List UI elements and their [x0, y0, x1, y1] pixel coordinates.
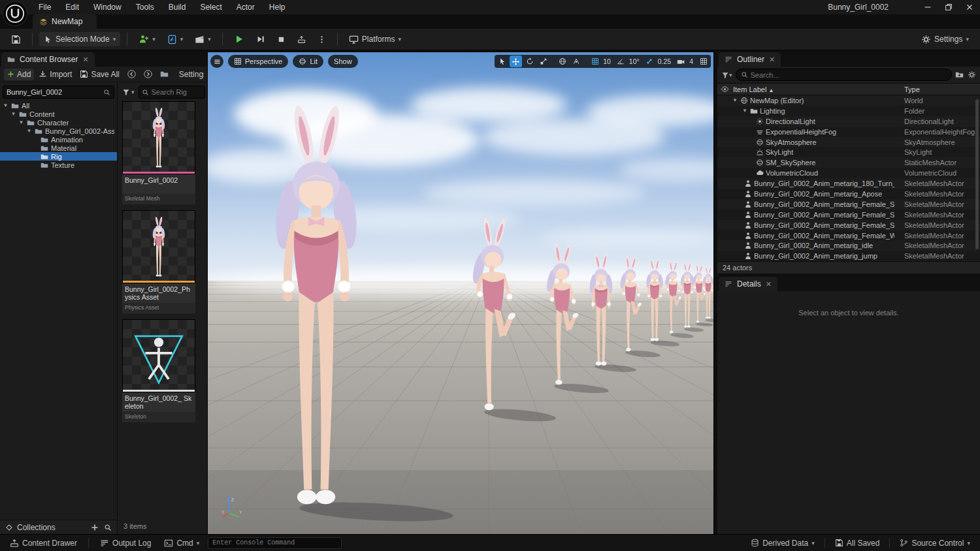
menu-tools[interactable]: Tools [129, 0, 161, 14]
outliner-row-heightfog[interactable]: ExponentialHeightFogExponentialHeightFog [717, 127, 980, 137]
cmd-dropdown[interactable]: Cmd ▾ [159, 537, 204, 550]
quick-add-actor-button[interactable]: ▾ [134, 31, 160, 47]
tree-item-character[interactable]: ▼Character [0, 118, 117, 127]
menu-file[interactable]: File [31, 0, 58, 14]
path-filter-box[interactable] [3, 86, 114, 99]
scale-snap-toggle[interactable] [644, 55, 656, 67]
viewport-options-button[interactable] [210, 55, 223, 68]
tree-item-rig[interactable]: Rig [0, 152, 117, 161]
asset-tile-skeletal-mesh[interactable]: Bunny_Girl_0002 Skeletal Mesh [122, 101, 195, 204]
frame-skip-button[interactable] [252, 32, 270, 46]
scale-snap-value[interactable]: 0.25 [657, 57, 674, 65]
expand-arrow[interactable]: ▼ [3, 102, 8, 108]
menu-window[interactable]: Window [86, 0, 129, 14]
save-current-level-button[interactable] [7, 32, 25, 47]
perspective-dropdown[interactable]: Perspective [228, 55, 288, 68]
path-filter-input[interactable] [7, 88, 101, 96]
camera-speed-button[interactable] [675, 55, 687, 67]
camera-speed-value[interactable]: 4 [689, 57, 696, 65]
menu-edit[interactable]: Edit [58, 0, 86, 14]
asset-search-input[interactable] [152, 88, 202, 96]
outliner-row-anim-startwalk[interactable]: Bunny_Girl_0002_Anim_metarig_Female_Star… [717, 210, 980, 220]
outliner-row-anim-standing[interactable]: Bunny_Girl_0002_Anim_metarig_Female_Stan… [717, 199, 980, 210]
rotation-snap-toggle[interactable] [615, 55, 627, 67]
outliner-row-skylight[interactable]: SkyLightSkyLight [717, 147, 980, 157]
menu-actor[interactable]: Actor [229, 0, 262, 14]
tree-item-content[interactable]: ▼Content [0, 110, 117, 118]
save-all-button[interactable]: Save All [76, 69, 122, 80]
outliner-row-anim-jump[interactable]: Bunny_Girl_0002_Anim_metarig_jumpSkeleta… [717, 251, 980, 261]
grid-snap-value[interactable]: 10 [602, 57, 613, 65]
menu-build[interactable]: Build [161, 0, 193, 14]
asset-search-box[interactable] [139, 86, 205, 99]
scale-tool-button[interactable] [537, 55, 549, 67]
outliner-row-skyatmosphere[interactable]: SkyAtmosphereSkyAtmosphere [717, 137, 980, 148]
outliner-search-input[interactable] [751, 71, 947, 79]
content-drawer-button[interactable]: Content Drawer [5, 537, 82, 550]
derived-data-button[interactable]: Derived Data ▾ [746, 537, 819, 550]
outliner-row-newmap[interactable]: ▼NewMap (Editor)World [717, 95, 980, 106]
rotate-tool-button[interactable] [523, 55, 536, 67]
import-button[interactable]: Import [35, 69, 75, 80]
close-tab-icon[interactable]: ✕ [769, 55, 775, 64]
console-command-input[interactable] [208, 537, 342, 549]
show-flags-dropdown[interactable]: Show [328, 55, 358, 68]
tree-item-assets[interactable]: ▼Bunny_Girl_0002-Assets [0, 127, 117, 135]
path-picker-button[interactable] [157, 69, 172, 80]
create-folder-button[interactable] [955, 70, 964, 80]
expand-arrow[interactable]: ▼ [26, 128, 32, 134]
level-viewport[interactable]: Perspective Lit Show 10 10° 0.25 [208, 52, 713, 534]
unreal-logo[interactable] [3, 1, 27, 26]
back-button[interactable] [124, 69, 139, 80]
play-button[interactable] [229, 31, 249, 47]
asset-tile-physics-asset[interactable]: Bunny_Girl_0002_Physics Asset Physics As… [122, 210, 195, 313]
outliner-search-box[interactable] [736, 69, 952, 81]
outliner-row-anim-stopwalk[interactable]: Bunny_Girl_0002_Anim_metarig_Female_Stop… [717, 220, 980, 230]
outliner-row-anim-apose[interactable]: Bunny_Girl_0002_Anim_metarig_AposeSkelet… [717, 189, 980, 199]
output-log-button[interactable]: Output Log [95, 537, 155, 550]
maximize-viewport-button[interactable] [697, 55, 710, 67]
filter-button[interactable]: ▾ [121, 87, 136, 97]
outliner-row-anim-idle[interactable]: Bunny_Girl_0002_Anim_metarig_idleSkeleta… [717, 240, 980, 251]
asset-tile-skeleton[interactable]: Bunny_Girl_0002_ Skeleton Skeleton [122, 319, 195, 422]
settings-dropdown[interactable]: Settings ▾ [917, 32, 973, 47]
play-options-button[interactable] [313, 33, 331, 46]
minimize-button[interactable] [917, 0, 938, 14]
tree-item-texture[interactable]: Texture [0, 161, 117, 169]
translate-tool-button[interactable] [510, 55, 522, 67]
source-control-button[interactable]: Source Control ▾ [895, 537, 975, 550]
level-tab-newmap[interactable]: NewMap [33, 14, 97, 29]
details-tab[interactable]: Details ✕ [719, 277, 777, 291]
rotation-snap-value[interactable]: 10° [629, 57, 642, 65]
forward-button[interactable] [140, 69, 155, 80]
close-tab-icon[interactable]: ✕ [766, 280, 772, 289]
outliner-row-anim-180turn[interactable]: Bunny_Girl_0002_Anim_metarig_180_Turn_W_… [717, 178, 980, 189]
stop-button[interactable] [272, 33, 290, 46]
search-collections-icon[interactable] [104, 524, 112, 531]
eye-icon[interactable] [721, 85, 729, 93]
outliner-tab[interactable]: Outliner ✕ [719, 52, 781, 67]
outliner-filter-button[interactable]: ▾ [721, 71, 733, 80]
selection-mode-dropdown[interactable]: Selection Mode ▾ [39, 32, 120, 46]
outliner-row-volumetriccloud[interactable]: VolumetricCloudVolumetricCloud [717, 168, 980, 178]
grid-snap-toggle[interactable] [589, 55, 601, 67]
outliner-row-directionallight[interactable]: DirectionalLightDirectionalLight [717, 116, 980, 127]
view-mode-dropdown[interactable]: Lit [293, 55, 323, 68]
tree-item-material[interactable]: Material [0, 144, 117, 152]
content-browser-settings-button[interactable]: Settings [173, 69, 204, 80]
content-browser-tab[interactable]: Content Browser ✕ [1, 52, 95, 67]
cinematics-button[interactable]: ▾ [190, 32, 216, 47]
column-item-label[interactable]: Item Label ▲ [733, 86, 774, 93]
add-asset-button[interactable]: Add [4, 69, 34, 80]
blueprints-button[interactable]: ▾ [163, 32, 188, 47]
outliner-row-anim-walk[interactable]: Bunny_Girl_0002_Anim_metarig_Female_Walk… [717, 230, 980, 241]
add-collection-icon[interactable] [91, 524, 99, 531]
restore-button[interactable] [938, 0, 959, 14]
column-type[interactable]: Type [904, 86, 920, 93]
close-tab-icon[interactable]: ✕ [82, 55, 88, 64]
menu-select[interactable]: Select [193, 0, 229, 14]
surface-snap-button[interactable] [570, 55, 582, 67]
expand-arrow[interactable]: ▼ [10, 111, 16, 117]
collections-bar[interactable]: Collections [0, 520, 117, 534]
outliner-row-lighting[interactable]: ▼LightingFolder [717, 106, 980, 116]
